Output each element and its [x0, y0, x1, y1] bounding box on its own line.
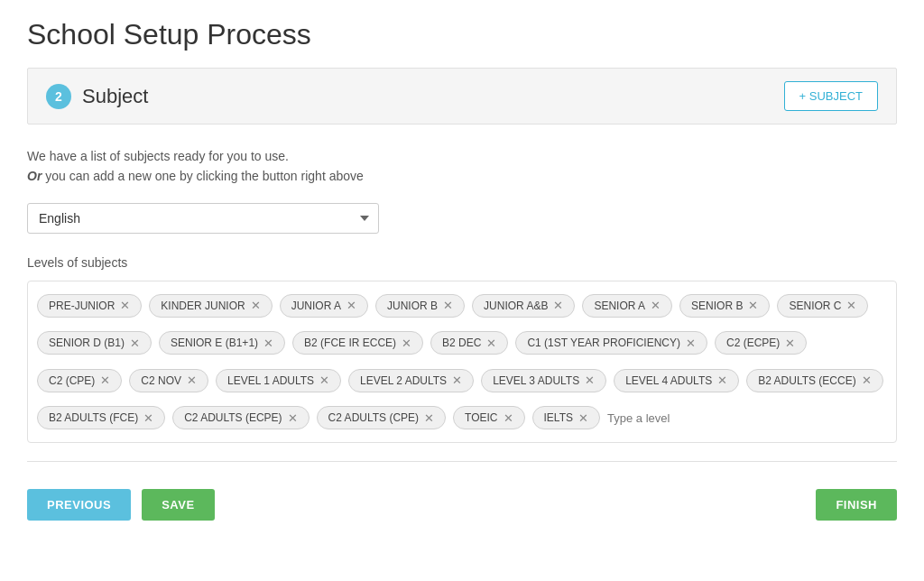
levels-section: Levels of subjects PRE-JUNIOR✕KINDER JUN…: [27, 255, 897, 443]
tag-remove-button[interactable]: ✕: [319, 374, 329, 386]
tag-remove-button[interactable]: ✕: [402, 337, 411, 349]
page-wrapper: School Setup Process 2 Subject + SUBJECT…: [0, 0, 924, 539]
footer-left: PREVIOUS SAVE: [27, 489, 215, 521]
tag-remove-button[interactable]: ✕: [452, 374, 462, 386]
level-tag: PRE-JUNIOR✕: [37, 294, 142, 318]
description: We have a list of subjects ready for you…: [27, 146, 897, 187]
tag-remove-button[interactable]: ✕: [578, 412, 588, 424]
tag-remove-button[interactable]: ✕: [130, 337, 140, 349]
level-tag: B2 (FCE IR ECCE)✕: [292, 331, 423, 355]
tag-remove-button[interactable]: ✕: [424, 412, 434, 424]
level-tag: C2 NOV✕: [129, 369, 208, 392]
level-tag: B2 ADULTS (FCE)✕: [37, 406, 165, 429]
tag-remove-button[interactable]: ✕: [686, 337, 696, 349]
level-tag: SENIOR A✕: [582, 294, 672, 318]
tag-remove-button[interactable]: ✕: [263, 337, 273, 349]
tag-remove-button[interactable]: ✕: [288, 412, 298, 424]
tag-remove-button[interactable]: ✕: [717, 374, 727, 386]
tag-remove-button[interactable]: ✕: [553, 300, 563, 311]
previous-button[interactable]: PREVIOUS: [27, 489, 131, 521]
level-tag: LEVEL 1 ADULTS✕: [216, 369, 341, 392]
finish-button[interactable]: FINISH: [816, 489, 897, 521]
level-tag: SENIOR D (B1)✕: [37, 331, 152, 355]
tag-remove-button[interactable]: ✕: [143, 412, 153, 424]
step-badge: 2: [46, 84, 71, 109]
add-subject-button[interactable]: + SUBJECT: [784, 81, 878, 111]
level-tag: LEVEL 4 ADULTS✕: [614, 369, 739, 392]
level-tag: JUNIOR A✕: [280, 294, 368, 318]
level-tag: B2 ADULTS (ECCE)✕: [746, 369, 882, 392]
level-tag: C2 (CPE)✕: [37, 369, 122, 392]
tag-remove-button[interactable]: ✕: [651, 300, 661, 311]
tag-remove-button[interactable]: ✕: [862, 374, 872, 386]
level-tag: B2 DEC✕: [430, 331, 508, 355]
level-tag: LEVEL 3 ADULTS✕: [481, 369, 606, 392]
section-title: Subject: [82, 85, 148, 108]
level-tag: TOEIC✕: [453, 406, 524, 429]
tag-remove-button[interactable]: ✕: [120, 300, 130, 311]
level-tag: C2 ADULTS (CPE)✕: [317, 406, 446, 429]
level-tag: JUNIOR B✕: [375, 294, 465, 318]
tag-remove-button[interactable]: ✕: [748, 300, 758, 311]
save-button[interactable]: SAVE: [142, 489, 214, 521]
tag-remove-button[interactable]: ✕: [585, 374, 595, 386]
page-title: School Setup Process: [27, 18, 897, 51]
description-or: Or: [27, 169, 42, 183]
description-line1: We have a list of subjects ready for you…: [27, 149, 289, 163]
level-tag: IELTS✕: [532, 406, 600, 429]
level-tag: C1 (1ST YEAR PROFICIENCY)✕: [515, 331, 707, 355]
description-line2-rest: you can add a new one by clicking the bu…: [42, 169, 363, 183]
footer-buttons: PREVIOUS SAVE FINISH: [27, 480, 897, 521]
tag-remove-button[interactable]: ✕: [443, 300, 453, 311]
divider: [27, 461, 897, 462]
level-tag: C2 (ECPE)✕: [715, 331, 807, 355]
tag-remove-button[interactable]: ✕: [251, 300, 261, 311]
level-tag: SENIOR E (B1+1)✕: [159, 331, 285, 355]
level-tag: KINDER JUNIOR✕: [149, 294, 272, 318]
subject-select[interactable]: English Math Science History: [27, 203, 379, 234]
tag-input[interactable]: [607, 411, 759, 425]
level-tag: JUNIOR A&B✕: [472, 294, 575, 318]
subject-select-wrapper: English Math Science History: [27, 203, 897, 234]
tag-remove-button[interactable]: ✕: [100, 374, 110, 386]
level-tag: SENIOR B✕: [679, 294, 770, 318]
tag-remove-button[interactable]: ✕: [187, 374, 197, 386]
level-tag: C2 ADULTS (ECPE)✕: [172, 406, 309, 429]
level-tag: LEVEL 2 ADULTS✕: [348, 369, 474, 392]
tags-container: PRE-JUNIOR✕KINDER JUNIOR✕JUNIOR A✕JUNIOR…: [27, 281, 897, 443]
levels-label: Levels of subjects: [27, 255, 897, 270]
section-header: 2 Subject + SUBJECT: [27, 68, 897, 124]
tag-remove-button[interactable]: ✕: [846, 300, 856, 311]
tag-remove-button[interactable]: ✕: [785, 337, 795, 349]
level-tag: SENIOR C✕: [777, 294, 868, 318]
section-header-left: 2 Subject: [46, 84, 148, 109]
tag-remove-button[interactable]: ✕: [504, 412, 513, 424]
tag-remove-button[interactable]: ✕: [486, 337, 496, 349]
tag-remove-button[interactable]: ✕: [346, 300, 356, 311]
